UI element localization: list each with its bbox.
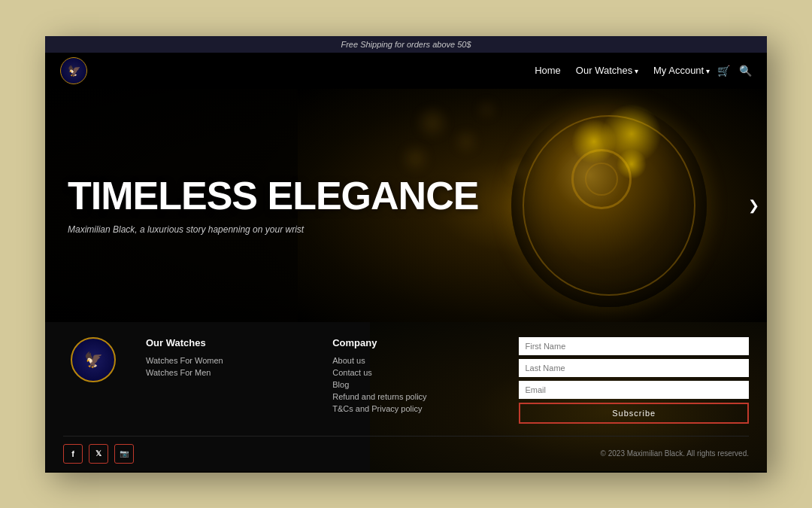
- first-name-input[interactable]: [519, 337, 749, 355]
- hero-subtitle: Maximilian Black, a luxurious story hape…: [68, 224, 478, 235]
- social-icons: f 𝕏 📷: [63, 444, 134, 464]
- announcement-text: Free Shipping for orders above 50$: [341, 40, 471, 49]
- footer-logo[interactable]: 🦅: [71, 337, 116, 382]
- last-name-input[interactable]: [519, 359, 749, 377]
- footer-subscribe-col: Subscribe: [519, 337, 749, 424]
- footer-link-blog[interactable]: Blog: [332, 380, 496, 389]
- footer-link-men[interactable]: Watches For Men: [146, 368, 310, 377]
- twitter-icon[interactable]: 𝕏: [89, 444, 108, 464]
- nav-home[interactable]: Home: [535, 65, 561, 76]
- nav-my-account[interactable]: My Account: [653, 65, 710, 76]
- navbar: 🦅 Home Our Watches My Account 🛒 🔍: [45, 53, 767, 89]
- logo[interactable]: 🦅: [60, 57, 87, 84]
- facebook-icon[interactable]: f: [63, 444, 83, 464]
- bokeh-3: [481, 104, 492, 115]
- subscribe-button[interactable]: Subscribe: [519, 403, 749, 424]
- announcement-bar: Free Shipping for orders above 50$: [45, 36, 767, 53]
- bokeh-5: [511, 164, 525, 178]
- watches-heading: Our Watches: [146, 337, 310, 348]
- footer-top: 🦅 Our Watches Watches For Women Watches …: [63, 337, 749, 424]
- footer-section: 🦅 Our Watches Watches For Women Watches …: [45, 322, 767, 471]
- footer-link-contact[interactable]: Contact us: [332, 368, 496, 377]
- copyright-text: © 2023 Maximilian Black. All rights rese…: [601, 449, 749, 458]
- sparkle-3: [601, 104, 662, 164]
- next-slide-arrow[interactable]: ❯: [748, 197, 759, 214]
- footer-inner: 🦅 Our Watches Watches For Women Watches …: [45, 322, 767, 471]
- bokeh-1: [421, 111, 444, 134]
- footer-watches-col: Our Watches Watches For Women Watches Fo…: [146, 337, 310, 424]
- footer-link-tcs[interactable]: T&Cs and Privacy policy: [332, 404, 496, 413]
- logo-icon: 🦅: [68, 65, 80, 77]
- bokeh-4: [406, 149, 425, 168]
- nav-icons: 🛒 🔍: [717, 65, 752, 77]
- nav-links: Home Our Watches My Account: [535, 65, 710, 76]
- footer-logo-col: 🦅: [63, 337, 123, 424]
- hero-content: TIMELESS ELEGANCE Maximilian Black, a lu…: [45, 176, 501, 235]
- email-input[interactable]: [519, 381, 749, 399]
- hero-section: TIMELESS ELEGANCE Maximilian Black, a lu…: [45, 89, 767, 322]
- nav-our-watches[interactable]: Our Watches: [576, 65, 638, 76]
- cart-icon[interactable]: 🛒: [717, 65, 730, 77]
- footer-link-refund[interactable]: Refund and returns policy: [332, 392, 496, 401]
- company-heading: Company: [332, 337, 496, 348]
- bokeh-2: [459, 134, 474, 149]
- hero-title: TIMELESS ELEGANCE: [68, 176, 478, 215]
- footer-logo-icon: 🦅: [84, 351, 103, 369]
- footer-link-about[interactable]: About us: [332, 356, 496, 365]
- search-icon[interactable]: 🔍: [739, 65, 752, 77]
- instagram-icon[interactable]: 📷: [114, 444, 134, 464]
- browser-window: Free Shipping for orders above 50$ 🦅 Hom…: [45, 36, 767, 473]
- footer-bottom: f 𝕏 📷 © 2023 Maximilian Black. All right…: [63, 436, 749, 464]
- footer-company-col: Company About us Contact us Blog Refund …: [332, 337, 496, 424]
- footer-link-women[interactable]: Watches For Women: [146, 356, 310, 365]
